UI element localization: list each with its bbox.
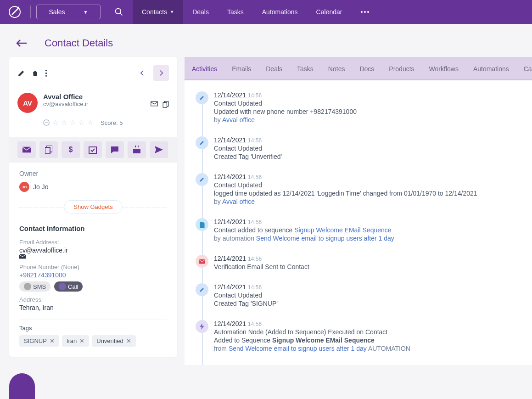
detail-tab-tasks[interactable]: Tasks: [296, 57, 314, 79]
star-icon[interactable]: ☆: [70, 118, 76, 127]
detail-tab-activities[interactable]: Activities: [191, 57, 218, 79]
search-button[interactable]: [114, 7, 123, 17]
detail-tab-docs[interactable]: Docs: [358, 57, 375, 79]
timeline-title: Automation Node (Added to Sequence) Exec…: [214, 328, 531, 336]
send-email-button[interactable]: [17, 141, 36, 158]
phone-value[interactable]: +982174391000: [19, 271, 167, 279]
nav-tab-automations[interactable]: Automations: [253, 0, 307, 24]
detail-tab-emails[interactable]: Emails: [231, 57, 252, 79]
timeline-link[interactable]: Send Welcome email to signup users after…: [256, 235, 394, 242]
timeline-time: 14:56: [248, 92, 262, 99]
timeline-time: 14:56: [248, 174, 262, 180]
timeline-by: by Avval office: [214, 116, 531, 124]
nav-tab-tasks[interactable]: Tasks: [218, 0, 253, 24]
timeline-item: 12/14/202114:56Contact Updatedlogged tim…: [196, 173, 531, 218]
event-button[interactable]: [128, 141, 146, 158]
timeline-date: 12/14/2021: [214, 255, 246, 262]
edit-icon: [196, 283, 208, 296]
timeline-time: 14:56: [248, 137, 262, 144]
nav-tab-deals[interactable]: Deals: [183, 0, 218, 24]
back-button[interactable]: [16, 39, 28, 47]
page-header: Contact Details: [0, 24, 532, 57]
send-button[interactable]: [150, 141, 168, 158]
more-actions[interactable]: [45, 69, 47, 77]
edit-icon: [196, 91, 208, 104]
address-label: Address:: [19, 296, 167, 303]
edit-icon: [196, 173, 208, 186]
timeline-item: 12/14/202114:56Contact added to sequence…: [196, 218, 531, 255]
deal-button[interactable]: $: [62, 141, 80, 158]
timeline-time: 14:56: [248, 256, 262, 262]
activity-timeline: 12/14/202114:56Contact UpdatedUpdated wi…: [185, 80, 532, 365]
detail-tab-call[interactable]: Call: [523, 57, 532, 79]
remove-tag-icon[interactable]: ✕: [126, 337, 131, 344]
nav-tabs: Contacts▼DealsTasksAutomationsCalendar: [133, 0, 351, 24]
svg-text:$: $: [69, 146, 73, 153]
nav-tab-calendar[interactable]: Calendar: [307, 0, 352, 24]
timeline-link[interactable]: Avval office: [222, 198, 255, 205]
remove-tag-icon[interactable]: ✕: [50, 337, 55, 344]
detail-tab-deals[interactable]: Deals: [265, 57, 283, 79]
delete-button[interactable]: [32, 69, 39, 77]
note-button[interactable]: [106, 141, 124, 158]
copy-icon[interactable]: [162, 101, 169, 108]
star-icon[interactable]: ☆: [61, 118, 67, 127]
phone-label: Phone Number (None): [19, 264, 167, 270]
timeline-item: 12/14/202114:56Contact UpdatedCreated Ta…: [196, 136, 531, 173]
svg-rect-8: [151, 101, 157, 106]
svg-point-6: [45, 72, 47, 73]
svg-rect-14: [89, 147, 96, 153]
owner-name: Jo Jo: [33, 183, 48, 191]
nav-tab-contacts[interactable]: Contacts▼: [133, 0, 183, 24]
timeline-link[interactable]: Send Welcome email to signup users after…: [229, 345, 367, 352]
detail-tab-workflows[interactable]: Workflows: [428, 57, 459, 79]
timeline-title: Contact added to sequence Signup Welcome…: [214, 226, 531, 234]
call-chip[interactable]: Call: [54, 281, 83, 292]
sms-chip[interactable]: SMS: [19, 281, 50, 292]
svg-point-1: [116, 9, 121, 14]
timeline-title: Contact Updated: [214, 181, 531, 189]
svg-rect-17: [135, 146, 136, 147]
timeline-title: Contact Updated: [214, 292, 531, 299]
module-selector[interactable]: Sales ▼: [36, 5, 101, 19]
contact-avatar: AV: [17, 93, 38, 113]
timeline-link[interactable]: Avval office: [222, 116, 255, 124]
svg-rect-11: [22, 147, 31, 153]
tag-label: SIGNUP: [24, 337, 47, 344]
status-icon: [43, 119, 50, 126]
star-icon[interactable]: ☆: [87, 118, 93, 127]
detail-tab-notes[interactable]: Notes: [327, 57, 346, 79]
task-button[interactable]: [84, 141, 102, 158]
timeline-link[interactable]: Signup Welcome EMail Sequence: [294, 226, 391, 234]
detail-tab-automations[interactable]: Automations: [472, 57, 510, 79]
timeline-item: 12/14/202114:56Contact UpdatedCreated Ta…: [196, 283, 531, 320]
tag-chip: Unverified✕: [92, 335, 136, 347]
show-gadgets-button[interactable]: Show Gadgets: [64, 200, 122, 214]
doc-icon: [196, 218, 208, 231]
page-title: Contact Details: [45, 37, 113, 49]
timeline-by: from Send Welcome email to signup users …: [214, 345, 531, 352]
bolt-icon: [196, 320, 208, 333]
timeline-date: 12/14/2021: [214, 136, 246, 144]
edit-button[interactable]: [17, 69, 25, 77]
sms-icon: [24, 283, 31, 290]
contact-info-heading: Contact Information: [9, 218, 177, 234]
timeline-by: by Avval office: [214, 198, 531, 205]
star-icon[interactable]: ☆: [52, 118, 58, 127]
score-label: Score: 5: [101, 119, 123, 126]
svg-point-5: [45, 70, 47, 71]
timeline-desc: Created Tag 'Unverified': [214, 153, 531, 160]
prev-contact[interactable]: [134, 65, 150, 81]
copy-button[interactable]: [39, 141, 58, 158]
star-icon[interactable]: ☆: [78, 118, 84, 127]
module-selector-label: Sales: [49, 8, 65, 16]
remove-tag-icon[interactable]: ✕: [79, 337, 84, 344]
phone-icon: [59, 283, 66, 290]
detail-tab-products[interactable]: Products: [388, 57, 415, 79]
more-menu[interactable]: [351, 11, 379, 13]
mail-icon[interactable]: [19, 254, 167, 259]
next-contact[interactable]: [153, 65, 169, 81]
mail-icon[interactable]: [151, 101, 158, 108]
timeline-date: 12/14/2021: [214, 320, 246, 327]
app-logo: [8, 6, 21, 18]
